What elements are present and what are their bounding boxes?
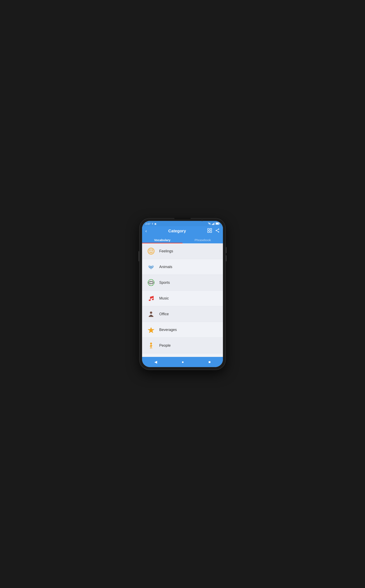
- nav-home-button[interactable]: ●: [178, 359, 188, 365]
- sim-icon: ▣: [154, 223, 156, 225]
- svg-point-19: [149, 250, 150, 251]
- phone-screen: 2:07 𝐓 ▣: [142, 221, 223, 367]
- camera: [201, 219, 203, 221]
- status-bar: 2:07 𝐓 ▣: [142, 221, 223, 226]
- svg-line-0: [208, 222, 211, 225]
- svg-rect-4: [214, 222, 215, 225]
- back-button[interactable]: ‹: [145, 228, 147, 234]
- grid-icon-button[interactable]: [207, 228, 212, 234]
- svg-rect-8: [208, 228, 209, 230]
- svg-point-33: [150, 343, 152, 345]
- svg-point-20: [152, 250, 153, 251]
- svg-rect-7: [219, 223, 220, 224]
- svg-line-37: [150, 347, 151, 349]
- phone-shell: 2:07 𝐓 ▣: [140, 218, 225, 370]
- people-icon: [146, 341, 156, 350]
- svg-line-15: [216, 229, 219, 231]
- people-label: People: [159, 343, 171, 348]
- svg-line-16: [216, 231, 219, 232]
- status-time: 2:07: [145, 222, 150, 225]
- feelings-label: Feelings: [159, 249, 173, 253]
- nav-recent-button[interactable]: ■: [204, 359, 215, 365]
- svg-rect-6: [216, 223, 219, 224]
- animals-label: Animals: [159, 265, 172, 269]
- wifi-icon: [208, 222, 211, 225]
- svg-rect-10: [208, 231, 209, 232]
- svg-point-21: [149, 266, 150, 266]
- top-bar-actions: [207, 228, 220, 234]
- svg-marker-32: [148, 328, 154, 333]
- music-icon: [146, 293, 156, 303]
- status-icons: [208, 222, 220, 225]
- power-button[interactable]: [138, 251, 139, 261]
- sports-icon: [146, 278, 156, 287]
- screen: 2:07 𝐓 ▣: [142, 221, 223, 367]
- svg-rect-9: [210, 228, 212, 230]
- animals-icon: [146, 262, 156, 272]
- svg-rect-11: [210, 231, 212, 232]
- category-list: Feelings Animals: [142, 243, 223, 357]
- svg-point-29: [150, 312, 152, 314]
- list-item-time[interactable]: 9 Time: [142, 353, 223, 357]
- list-item-people[interactable]: People: [142, 338, 223, 353]
- svg-rect-2: [213, 224, 213, 225]
- signal-icon: [212, 222, 215, 225]
- top-bar: ‹ Category: [142, 226, 223, 236]
- bottom-nav: ◀ ● ■: [142, 357, 223, 367]
- tab-phrasebook[interactable]: Phrasebook: [182, 236, 223, 243]
- feelings-icon: [146, 246, 156, 256]
- svg-rect-3: [214, 223, 214, 225]
- share-button[interactable]: [215, 228, 220, 234]
- svg-rect-1: [212, 224, 212, 225]
- office-icon: [146, 309, 156, 319]
- text-icon: 𝐓: [152, 223, 153, 225]
- beverages-icon: [146, 325, 156, 335]
- tab-vocabulary[interactable]: Vocabulary: [142, 236, 182, 243]
- vol-down-button[interactable]: [226, 255, 227, 261]
- list-item-beverages[interactable]: Beverages: [142, 322, 223, 338]
- list-item-sports[interactable]: Sports: [142, 275, 223, 291]
- speaker: [174, 218, 191, 219]
- sports-label: Sports: [159, 280, 170, 285]
- tabs: Vocabulary Phrasebook: [142, 236, 223, 243]
- svg-point-22: [152, 266, 153, 266]
- nav-back-button[interactable]: ◀: [150, 359, 161, 365]
- battery-icon: [216, 222, 220, 225]
- beverages-label: Beverages: [159, 328, 177, 332]
- office-label: Office: [159, 312, 169, 316]
- svg-line-38: [151, 347, 152, 349]
- list-item-feelings[interactable]: Feelings: [142, 243, 223, 259]
- vol-up-button[interactable]: [226, 247, 227, 253]
- status-left: 2:07 𝐓 ▣: [145, 222, 156, 225]
- page-title: Category: [168, 229, 186, 233]
- list-item-office[interactable]: Office: [142, 306, 223, 322]
- list-item-animals[interactable]: Animals: [142, 259, 223, 275]
- list-item-music[interactable]: Music: [142, 291, 223, 306]
- svg-point-17: [147, 248, 154, 255]
- music-label: Music: [159, 296, 169, 301]
